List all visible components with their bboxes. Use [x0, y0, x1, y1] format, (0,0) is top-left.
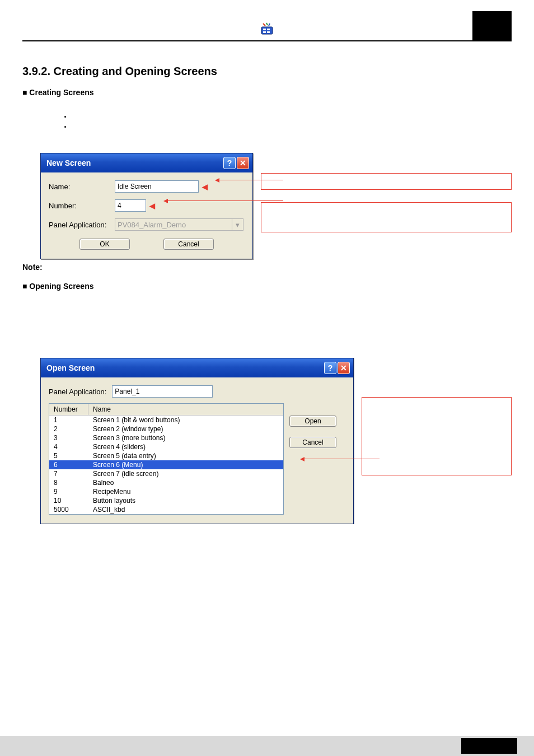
help-icon[interactable]: ? [223, 157, 236, 169]
bullet-list [49, 114, 512, 130]
row-name: Screen 5 (data entry) [88, 451, 283, 460]
table-row[interactable]: 6Screen 6 (Menu) [49, 460, 283, 469]
panel-app-field[interactable] [112, 385, 213, 398]
connector-line [302, 459, 380, 459]
column-header-name[interactable]: Name [88, 404, 283, 415]
row-number: 1 [49, 416, 88, 424]
panel-app-label: Panel Application: [49, 221, 115, 229]
svg-line-5 [263, 24, 265, 26]
svg-rect-2 [267, 29, 270, 30]
row-number: 5 [49, 451, 88, 460]
connector-line [217, 180, 283, 180]
callout-box [261, 202, 512, 232]
dialog-titlebar[interactable]: Open Screen ? ✕ [41, 358, 353, 377]
dialog-title: New Screen [46, 158, 91, 167]
row-name: Screen 7 (idle screen) [88, 469, 283, 478]
row-name: Screen 4 (sliders) [88, 442, 283, 451]
help-icon[interactable]: ? [324, 362, 336, 374]
section-title: 3.9.2. Creating and Opening Screens [22, 65, 512, 78]
table-row[interactable]: 2Screen 2 (window type) [49, 424, 283, 433]
row-name: Screen 1 (bit & word buttons) [88, 416, 283, 424]
section-heading: Creating and Opening Screens [54, 65, 217, 77]
panel-app-select: PV084_Alarm_Demo ▾ [115, 218, 243, 231]
row-name: ASCII_kbd [88, 505, 283, 514]
row-number: 5000 [49, 505, 88, 514]
name-field[interactable] [115, 180, 199, 193]
table-row[interactable]: 5Screen 5 (data entry) [49, 451, 283, 460]
row-number: 6 [49, 460, 88, 469]
number-field[interactable] [115, 199, 146, 212]
callout-box [261, 173, 512, 190]
svg-line-7 [269, 24, 270, 26]
arrow-icon: ◀ [202, 183, 208, 191]
arrow-icon: ◀ [149, 202, 155, 210]
table-row[interactable]: 3Screen 3 (more buttons) [49, 433, 283, 442]
row-name: Button layouts [88, 496, 283, 505]
row-name: Screen 3 (more buttons) [88, 433, 283, 442]
table-row[interactable]: 8Balneo [49, 478, 283, 487]
row-number: 10 [49, 496, 88, 505]
dialog-titlebar[interactable]: New Screen ? ✕ [41, 153, 252, 172]
number-label: Number: [49, 202, 115, 210]
subheading-opening: ■ Opening Screens [22, 282, 512, 291]
row-number: 2 [49, 424, 88, 433]
dialog-title: Open Screen [46, 363, 95, 372]
row-number: 4 [49, 442, 88, 451]
row-name: RecipeMenu [88, 487, 283, 496]
ok-button[interactable]: OK [79, 239, 130, 250]
table-row[interactable]: 4Screen 4 (sliders) [49, 442, 283, 451]
name-label: Name: [49, 183, 115, 191]
table-row[interactable]: 1Screen 1 (bit & word buttons) [49, 416, 283, 424]
section-number: 3.9.2. [22, 65, 50, 77]
open-screen-dialog: Open Screen ? ✕ Panel Application: Numbe… [40, 358, 354, 524]
close-icon[interactable]: ✕ [338, 362, 350, 374]
row-name: Screen 6 (Menu) [88, 460, 283, 469]
row-number: 3 [49, 433, 88, 442]
close-icon[interactable]: ✕ [237, 157, 249, 169]
row-name: Screen 2 (window type) [88, 424, 283, 433]
screen-list[interactable]: Number Name 1Screen 1 (bit & word button… [49, 403, 284, 515]
row-number: 9 [49, 487, 88, 496]
list-item [72, 124, 512, 130]
table-row[interactable]: 5000ASCII_kbd [49, 505, 283, 514]
subheading-creating: ■ Creating Screens [22, 88, 512, 97]
chevron-down-icon: ▾ [232, 219, 243, 230]
panel-app-label: Panel Application: [49, 388, 106, 396]
svg-rect-1 [263, 29, 266, 30]
row-name: Balneo [88, 478, 283, 487]
svg-rect-0 [261, 27, 273, 34]
column-header-number[interactable]: Number [49, 404, 88, 415]
callout-box [362, 397, 512, 475]
connector-line [166, 200, 283, 201]
cancel-button[interactable]: Cancel [163, 239, 214, 250]
cancel-button[interactable]: Cancel [289, 437, 336, 448]
open-button[interactable]: Open [289, 416, 336, 427]
new-screen-dialog: New Screen ? ✕ Name: ◀ Number: ◀ [40, 153, 253, 259]
svg-line-6 [266, 23, 268, 25]
table-row[interactable]: 7Screen 7 (idle screen) [49, 469, 283, 478]
app-icon [260, 21, 274, 38]
table-row[interactable]: 9RecipeMenu [49, 487, 283, 496]
note-label: Note: [22, 263, 512, 272]
svg-rect-3 [263, 31, 266, 33]
panel-app-value: PV084_Alarm_Demo [118, 221, 186, 229]
header-black-box [472, 11, 512, 41]
svg-rect-4 [267, 31, 270, 33]
table-row[interactable]: 10Button layouts [49, 496, 283, 505]
list-item [72, 114, 512, 120]
row-number: 7 [49, 469, 88, 478]
row-number: 8 [49, 478, 88, 487]
page-header [22, 0, 512, 41]
